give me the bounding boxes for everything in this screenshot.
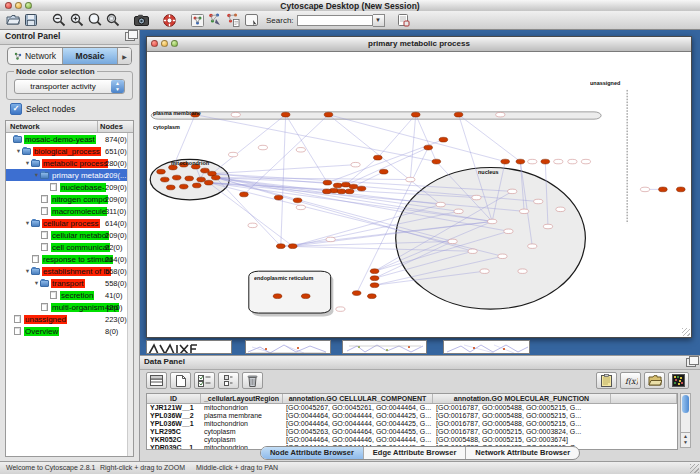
network-node-unselected[interactable] [454,209,463,213]
network-node[interactable] [157,169,166,174]
network-node[interactable] [659,187,668,192]
network-node-unselected[interactable] [480,269,489,273]
save-icon[interactable] [22,12,40,28]
network-node[interactable] [379,169,388,174]
tree-item[interactable]: cell communicat22(0) [6,241,128,253]
network-node[interactable] [424,145,433,150]
network-node[interactable] [274,195,283,200]
network-edge[interactable] [410,115,415,180]
column-layout-icon[interactable] [218,372,239,389]
camera-snapshot-icon[interactable] [132,12,150,28]
expander-icon[interactable]: ▼ [24,268,31,274]
column-header[interactable]: annotation.GO MOLECULAR_FUNCTION [433,394,611,403]
network-node-unselected[interactable] [258,145,267,149]
network-node-unselected[interactable] [520,209,529,213]
vizmapper-icon[interactable] [206,12,224,28]
tree-item[interactable]: nucleobase-209(0) [6,181,128,193]
tree-item[interactable]: unassigned223(0) [6,313,128,325]
network-node-unselected[interactable] [498,254,507,258]
network-node-unselected[interactable] [488,219,497,223]
network-node[interactable] [370,269,379,274]
search-dropdown-button[interactable]: ▼ [373,14,385,27]
attribute-grid-icon[interactable] [146,372,167,389]
network-edge[interactable] [328,115,505,162]
network-edge[interactable] [459,115,521,162]
import-folder-icon[interactable] [644,372,665,389]
overview-network-icon[interactable] [188,12,206,28]
zoom-selected-icon[interactable] [86,12,104,28]
network-node[interactable] [273,294,282,299]
network-node[interactable] [288,244,297,249]
expander-icon[interactable]: ▼ [24,220,31,226]
float-panel-icon[interactable] [125,32,135,41]
tree-column-nodes[interactable]: Nodes [97,121,133,132]
network-node-unselected[interactable] [326,237,335,241]
network-node-unselected[interactable] [228,152,237,156]
network-node[interactable] [676,187,685,192]
open-folder-icon[interactable] [4,12,22,28]
tree-item[interactable]: cellular metabol209(0) [6,229,128,241]
network-node[interactable] [337,189,346,194]
table-row[interactable]: YKR052Ccytoplasm[GO:0044464, GO:0044446,… [147,436,677,444]
network-node-unselected[interactable] [448,239,457,243]
network-node-unselected[interactable] [581,159,590,163]
tree-item[interactable]: macromolecule311(0) [6,205,128,217]
network-node[interactable] [192,183,201,188]
network-node[interactable] [276,244,285,249]
minimized-window-thumbnail[interactable] [342,340,427,354]
zoom-in-icon[interactable] [68,12,86,28]
network-edge[interactable] [416,115,437,162]
network-node[interactable] [501,159,510,164]
network-node[interactable] [349,184,358,189]
network-node-unselected[interactable] [640,187,649,191]
minimized-window-thumbnail[interactable] [443,340,530,354]
network-node[interactable] [166,185,175,190]
network-node[interactable] [370,276,379,281]
network-node-unselected[interactable] [556,207,565,211]
column-header[interactable]: _cellularLayoutRegion [201,394,283,403]
network-node-unselected[interactable] [518,269,527,273]
window-resize-grip[interactable] [690,464,699,473]
network-node[interactable] [516,159,525,164]
network-node[interactable] [160,177,169,182]
network-node[interactable] [211,175,220,180]
tree-item[interactable]: ▼transport558(0) [6,277,128,289]
network-node-unselected[interactable] [543,224,552,228]
network-node[interactable] [439,137,448,142]
table-row[interactable]: YPL036W__1mitochondrion[GO:0044464, GO:0… [147,420,677,428]
network-node[interactable] [281,112,290,117]
network-node[interactable] [370,283,379,288]
tab-overflow-arrow[interactable]: ▶ [118,48,131,64]
notepad-icon[interactable] [596,372,617,389]
network-node[interactable] [357,186,366,191]
network-node[interactable] [197,177,206,182]
matrix-heatmap-icon[interactable] [668,372,689,389]
network-node[interactable] [333,183,342,188]
tree-item[interactable]: ▼establishment of lo558(0) [6,265,128,277]
network-node[interactable] [368,294,377,299]
tree-item[interactable]: mosaic-demo-yeast874(0) [6,133,128,145]
network-edge[interactable] [212,115,286,174]
network-canvas[interactable]: plasma membranecytoplasmmitochondrionnuc… [148,52,690,333]
select-attributes-icon[interactable] [194,372,215,389]
network-node[interactable] [345,189,354,194]
expander-icon[interactable]: ▼ [33,172,40,178]
tab-edge-attribute-browser[interactable]: Edge Attribute Browser [364,447,466,459]
search-input[interactable] [297,15,373,26]
tree-scrollbar[interactable] [127,133,133,456]
network-node[interactable] [204,180,213,185]
tab-node-attribute-browser[interactable]: Node Attribute Browser [261,447,364,459]
tree-item[interactable]: nitrogen compo209(0) [6,193,128,205]
network-node[interactable] [179,184,188,189]
network-node-unselected[interactable] [472,195,481,199]
network-node-unselected[interactable] [296,148,305,152]
scrollbar-thumb[interactable] [682,395,689,413]
tree-item[interactable]: response to stimulu264(0) [6,253,128,265]
network-node-unselected[interactable] [436,202,445,206]
float-panel-icon[interactable] [686,358,696,367]
column-header[interactable]: annotation.GO CELLULAR_COMPONENT [283,394,433,403]
help-lifesaver-icon[interactable] [160,12,178,28]
zoom-fit-icon[interactable] [104,12,122,28]
expander-icon[interactable]: ▼ [15,148,22,154]
network-node-unselected[interactable] [406,177,415,181]
